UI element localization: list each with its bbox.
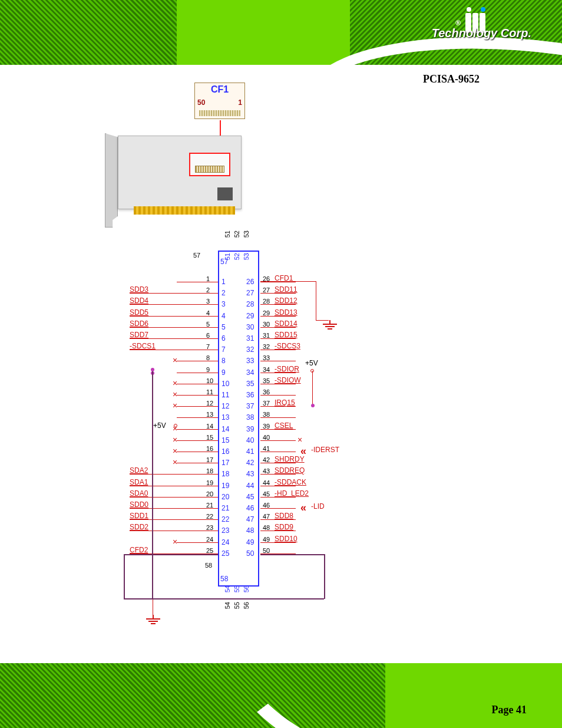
signal--SDIOR: -SDIOR <box>275 365 299 373</box>
pin-outer-right-28: 28 <box>263 298 270 305</box>
wire-cfd1-to-gnd <box>316 320 329 321</box>
plus5v-right-label: +5V <box>305 359 318 367</box>
pin-inner-left-7: 7 <box>222 345 226 354</box>
pin58-outside: 58 <box>205 562 212 569</box>
pin-outer-right-47: 47 <box>263 513 270 520</box>
pin-num-53: 53 <box>243 230 250 238</box>
nc-mark-left-24: × <box>172 539 178 545</box>
brand-name: Technology Corp. <box>432 27 531 40</box>
nc-mark-left-10: × <box>172 380 178 386</box>
signal--HD_LED2: -HD_LED2 <box>275 489 309 498</box>
signal-SDD8: SDD8 <box>275 512 293 520</box>
plus5v-left-node-icon <box>174 424 177 427</box>
pin-inner-right-50: 50 <box>246 549 254 558</box>
pin-inner-right-39: 39 <box>246 425 254 433</box>
signal-SDA0: SDA0 <box>130 489 148 498</box>
footer-banner: Page 41 <box>0 663 562 728</box>
pin-inner-left-13: 13 <box>222 413 229 421</box>
cf-pin-left: 50 <box>197 98 205 107</box>
pin-inner-right-38: 38 <box>246 413 254 421</box>
pin-inner-right-48: 48 <box>246 526 254 535</box>
pin-inner-left-16: 16 <box>222 447 229 456</box>
pin-outer-left-3: 3 <box>206 298 210 305</box>
pin-outer-right-40: 40 <box>263 434 270 441</box>
pin-outer-left-11: 11 <box>206 388 213 396</box>
pin-inner-right-44: 44 <box>246 482 254 490</box>
pin-inner-right-36: 36 <box>246 391 254 399</box>
signal-CFD2: CFD2 <box>130 546 148 554</box>
pin57-outside: 57 <box>193 252 200 259</box>
bus-row50 <box>260 554 325 555</box>
pins-bottom-inside: 545556 <box>224 585 250 592</box>
pin-inner-left-17: 17 <box>222 459 229 467</box>
signal-SHDRDY: SHDRDY <box>275 455 305 463</box>
cf-pin-strip <box>199 110 240 116</box>
pin-outer-right-50: 50 <box>263 547 270 554</box>
signal--SDCS3: -SDCS3 <box>275 342 300 350</box>
pin-outer-left-5: 5 <box>206 321 210 328</box>
pin-outer-right-44: 44 <box>263 479 270 486</box>
header-banner: ® Technology Corp. <box>0 0 562 65</box>
pin-inner-right-34: 34 <box>246 368 254 377</box>
pin58-inside: 58 <box>220 575 228 583</box>
pin-inner-right-49: 49 <box>246 538 254 546</box>
pin-outer-left-9: 9 <box>206 366 210 373</box>
pin-inner-left-19: 19 <box>222 482 229 490</box>
signal-SDD11: SDD11 <box>275 285 297 294</box>
pin-inner-left-12: 12 <box>222 402 229 410</box>
signal-SDD3: SDD3 <box>130 285 148 294</box>
nc-mark-left-11: × <box>172 391 178 397</box>
wire-cfd1-ext <box>260 281 316 282</box>
pin-inner-left-8: 8 <box>222 357 226 365</box>
nc-mark-left-15: × <box>172 437 178 443</box>
board-edge-connector-icon <box>134 206 235 215</box>
signal-SDD5: SDD5 <box>130 308 148 317</box>
pin-inner-left-20: 20 <box>222 493 229 501</box>
product-name: PCISA-9652 <box>423 73 480 85</box>
pin-inner-right-41: 41 <box>246 447 254 456</box>
pin-outer-left-23: 23 <box>206 524 213 531</box>
signal-SDD6: SDD6 <box>130 319 148 328</box>
pin-outer-right-34: 34 <box>263 366 270 373</box>
nc-mark-left-17: × <box>172 459 178 465</box>
wire-left-5 <box>177 327 218 328</box>
pins-bottom-outside: 545556 <box>224 602 250 609</box>
plus5v-left-label: +5V <box>153 421 166 430</box>
pin-inner-left-14: 14 <box>222 425 229 433</box>
pin-outer-left-8: 8 <box>206 354 210 361</box>
pin-outer-left-19: 19 <box>206 479 213 486</box>
pin-inner-right-26: 26 <box>246 278 254 286</box>
pin-inner-left-4: 4 <box>222 312 226 320</box>
signal-SDD0: SDD0 <box>130 500 148 509</box>
pin-outer-right-42: 42 <box>263 456 270 463</box>
cf-callout-label: CF1 <box>211 84 229 95</box>
pin-outer-left-20: 20 <box>206 490 213 498</box>
pin-inner-right-40: 40 <box>246 436 254 444</box>
signal-SDD7: SDD7 <box>130 331 148 339</box>
pin-outer-left-10: 10 <box>206 377 213 384</box>
nc-mark-left-16: × <box>172 448 178 454</box>
pin57-inside: 57 <box>220 258 228 266</box>
signal--SDCS1: -SDCS1 <box>130 342 156 350</box>
ground-symbol-right-icon <box>323 320 337 331</box>
pin-outer-right-30: 30 <box>263 321 270 328</box>
pin-outer-left-16: 16 <box>206 445 213 452</box>
pin-num-53: 53 <box>243 253 250 260</box>
pin-outer-left-13: 13 <box>206 411 213 418</box>
pin-num-54: 54 <box>224 585 231 592</box>
signal-IRQ15: IRQ15 <box>275 398 295 407</box>
wire-left-1 <box>177 282 218 282</box>
pin-outer-left-24: 24 <box>206 536 213 543</box>
pin-inner-right-46: 46 <box>246 504 254 512</box>
pin-outer-left-2: 2 <box>206 286 210 294</box>
pin-inner-left-3: 3 <box>222 300 226 308</box>
node-5v-junction <box>311 404 315 407</box>
signal-SDA1: SDA1 <box>130 478 148 486</box>
pin-num-52: 52 <box>233 230 240 238</box>
wire-left-9 <box>177 373 218 373</box>
nc-mark-left-8: × <box>172 357 178 363</box>
pin-outer-right-27: 27 <box>263 286 270 294</box>
ground-symbol-left-icon <box>146 615 160 625</box>
signal-SDA2: SDA2 <box>130 466 148 475</box>
pin-num-54: 54 <box>224 602 231 609</box>
